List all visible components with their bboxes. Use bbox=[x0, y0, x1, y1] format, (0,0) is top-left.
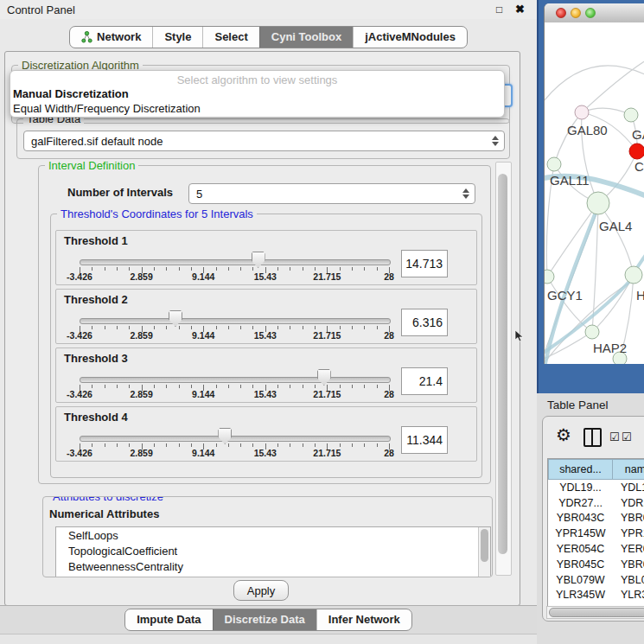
threshold-panel-3: Threshold 3-3.4262.8599.14415.4321.71528… bbox=[55, 348, 477, 403]
network-node[interactable] bbox=[629, 143, 644, 159]
table-cell[interactable]: YPR145W bbox=[548, 526, 613, 541]
column-header-name[interactable]: name bbox=[613, 459, 644, 480]
column-header-shared-name[interactable]: shared... bbox=[548, 459, 613, 480]
network-edge[interactable] bbox=[554, 112, 582, 164]
network-node[interactable] bbox=[624, 108, 638, 122]
table-horizontal-scrollbar[interactable] bbox=[546, 606, 644, 619]
tab-discretize-data[interactable]: Discretize Data bbox=[213, 609, 316, 630]
table-cell[interactable]: YPR1 bbox=[613, 526, 644, 541]
slider-track[interactable] bbox=[80, 377, 391, 383]
slider-tick bbox=[216, 385, 217, 388]
table-cell[interactable]: YBR043C bbox=[548, 511, 613, 526]
slider-track[interactable] bbox=[80, 436, 391, 442]
settings-scrollbar[interactable] bbox=[495, 162, 512, 576]
scrollbar-thumb[interactable] bbox=[549, 608, 644, 617]
tab-impute-data[interactable]: Impute Data bbox=[125, 609, 212, 630]
algorithm-option-equal-width-frequency-discretization[interactable]: Equal Width/Frequency Discretization bbox=[10, 101, 504, 116]
checkbox-icon[interactable]: ☑ bbox=[622, 430, 632, 443]
network-edge[interactable] bbox=[582, 59, 644, 112]
slider-tick-label: 2.859 bbox=[130, 448, 152, 458]
network-node[interactable] bbox=[625, 266, 642, 284]
slider-track[interactable] bbox=[80, 259, 391, 265]
attributes-to-discretize-group: Attributes to discretize Numerical Attri… bbox=[42, 496, 493, 577]
slider-tick-label: 2.859 bbox=[130, 389, 152, 399]
table-cell[interactable]: YLR345W bbox=[548, 588, 613, 603]
network-node[interactable] bbox=[587, 192, 609, 214]
table-row[interactable]: YDL19...YDL1 bbox=[548, 480, 644, 495]
slider-tick bbox=[303, 385, 303, 388]
minimize-traffic-light[interactable] bbox=[571, 8, 581, 18]
table-row[interactable]: YBR043CYBR0 bbox=[548, 511, 644, 526]
slider-tick bbox=[377, 443, 378, 447]
numerical-attributes-list[interactable]: SelfLoopsTopologicalCoefficientBetweenne… bbox=[55, 526, 491, 577]
slider-thumb[interactable] bbox=[218, 428, 232, 444]
list-scrollbar[interactable] bbox=[478, 527, 490, 577]
scrollbar-thumb[interactable] bbox=[498, 174, 507, 554]
table-cell[interactable]: YBL0 bbox=[613, 572, 644, 588]
network-edge[interactable] bbox=[547, 203, 598, 277]
tab-cyni-toolbox[interactable]: Cyni Toolbox bbox=[259, 27, 353, 48]
close-icon[interactable]: ✖ bbox=[515, 3, 525, 16]
attribute-list-item[interactable]: SelfLoops bbox=[56, 527, 490, 543]
slider-tick bbox=[129, 267, 130, 271]
table-cell[interactable]: YDL1 bbox=[613, 480, 644, 495]
table-cell[interactable]: YER0 bbox=[613, 541, 644, 557]
table-row[interactable]: YDR27...YDR2 bbox=[548, 495, 644, 511]
table-row[interactable]: YER054CYER0 bbox=[548, 541, 644, 557]
attribute-list-item[interactable]: BetweennessCentrality bbox=[56, 558, 490, 574]
number-of-intervals-combobox[interactable]: 5 bbox=[188, 183, 475, 204]
table-row[interactable]: YPR145WYPR1 bbox=[548, 526, 644, 541]
table-cell[interactable]: YLR3 bbox=[613, 588, 644, 603]
table-cell[interactable]: YBR0 bbox=[613, 557, 644, 572]
table-cell[interactable]: YDL19... bbox=[548, 480, 613, 495]
slider-tick-label: 15.43 bbox=[254, 330, 277, 341]
algorithm-option-manual-discretization[interactable]: Manual Discretization bbox=[10, 86, 504, 101]
table-cell[interactable]: YER054C bbox=[548, 541, 613, 557]
network-window-titlebar[interactable] bbox=[545, 3, 644, 23]
control-panel-titlebar: Control Panel bbox=[0, 0, 537, 19]
apply-button[interactable]: Apply bbox=[233, 580, 289, 601]
network-edge[interactable] bbox=[598, 203, 634, 275]
slider-thumb[interactable] bbox=[169, 310, 182, 327]
network-node-label: GAL4 bbox=[599, 219, 632, 233]
slider-tick-label: 9.144 bbox=[192, 448, 214, 458]
network-node[interactable] bbox=[575, 105, 589, 119]
gear-icon[interactable]: ⚙ bbox=[556, 426, 571, 443]
tab-style[interactable]: Style bbox=[152, 27, 202, 48]
tab-network[interactable]: Network bbox=[70, 27, 152, 48]
scrollbar-thumb[interactable] bbox=[481, 529, 488, 562]
threshold-value-field[interactable]: 21.4 bbox=[401, 367, 448, 395]
slider-thumb[interactable] bbox=[252, 252, 265, 268]
float-window-icon[interactable]: □ bbox=[496, 3, 502, 16]
numerical-attributes-label: Numerical Attributes bbox=[49, 507, 159, 520]
network-canvas[interactable]: GAL80GACGAL11GAL4GCY1HHAP2 bbox=[545, 22, 644, 364]
split-view-icon[interactable] bbox=[583, 428, 602, 447]
tab-select[interactable]: Select bbox=[202, 27, 258, 48]
tab-jactivemnodules[interactable]: jActiveMNodules bbox=[353, 27, 467, 48]
stepper-arrows-icon bbox=[462, 188, 469, 199]
close-traffic-light[interactable] bbox=[556, 8, 566, 18]
table-row[interactable]: YLR345WYLR3 bbox=[548, 588, 644, 603]
table-data-combobox[interactable]: galFiltered.sif default node bbox=[23, 131, 505, 151]
tab-infer-network[interactable]: Infer Network bbox=[316, 609, 411, 630]
network-node[interactable] bbox=[585, 325, 599, 339]
node-attribute-table[interactable]: shared...name YDL19...YDL1YDR27...YDR2YB… bbox=[547, 458, 644, 607]
slider-tick bbox=[216, 443, 217, 447]
table-cell[interactable]: YBR045C bbox=[548, 557, 613, 572]
slider-track[interactable] bbox=[80, 318, 391, 324]
zoom-traffic-light[interactable] bbox=[585, 8, 596, 18]
table-cell[interactable]: YDR2 bbox=[613, 495, 644, 511]
table-cell[interactable]: YBR0 bbox=[613, 511, 644, 526]
network-node[interactable] bbox=[545, 270, 554, 284]
threshold-value-field[interactable]: 11.344 bbox=[401, 426, 448, 454]
table-row[interactable]: YBL079WYBL0 bbox=[548, 572, 644, 588]
attribute-list-item[interactable]: TopologicalCoefficient bbox=[56, 543, 490, 558]
table-cell[interactable]: YDR27... bbox=[548, 495, 613, 511]
table-row[interactable]: YBR045CYBR0 bbox=[548, 557, 644, 572]
table-cell[interactable]: YBL079W bbox=[548, 572, 613, 588]
threshold-value-field[interactable]: 6.316 bbox=[401, 309, 448, 336]
threshold-value-field[interactable]: 14.713 bbox=[401, 250, 448, 277]
network-node[interactable] bbox=[547, 157, 561, 171]
checkbox-icon[interactable]: ☑ bbox=[609, 430, 620, 443]
slider-thumb[interactable] bbox=[317, 369, 331, 386]
